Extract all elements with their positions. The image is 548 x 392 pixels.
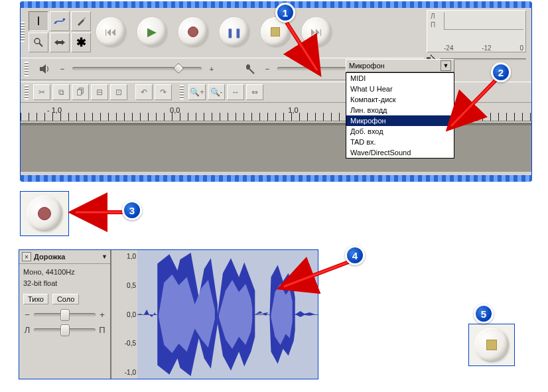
silence-button[interactable]: ⊡ <box>110 84 127 100</box>
gain-minus: − <box>23 310 31 320</box>
input-minus: − <box>264 65 271 73</box>
tool-envelope[interactable] <box>50 11 70 31</box>
cut-button[interactable]: ✂ <box>33 84 50 100</box>
dropdown-option[interactable]: TAD вх. <box>346 137 454 147</box>
output-meter: Л П -24 -12 0 <box>427 10 526 52</box>
tool-selection[interactable]: I <box>29 11 48 31</box>
track-format-label: Моно, 44100Hz <box>23 267 106 278</box>
input-source-value: Микрофон <box>349 62 385 70</box>
toolbar-grip <box>21 22 25 42</box>
callout-4: 4 <box>345 245 365 265</box>
svg-point-0 <box>55 22 57 24</box>
track-section: × Дорожка ▼ Моно, 44100Hz 32-bit float Т… <box>19 249 318 379</box>
redo-button[interactable]: ↷ <box>155 84 172 100</box>
svg-point-2 <box>34 38 40 44</box>
input-source-select[interactable]: Микрофон ▼ <box>346 59 454 72</box>
mute-button[interactable]: Тихо <box>23 294 48 304</box>
track-bitdepth-label: 32-bit float <box>23 278 106 289</box>
copy-button[interactable]: ⧉ <box>52 84 70 100</box>
svg-line-3 <box>39 43 42 46</box>
meter-right-label: П <box>431 21 435 29</box>
svg-line-13 <box>284 261 350 287</box>
output-volume-slider[interactable] <box>72 67 202 71</box>
speaker-icon <box>38 62 52 76</box>
record-button-large[interactable] <box>27 196 62 231</box>
dropdown-option[interactable]: Wave/DirectSound <box>346 147 454 158</box>
meter-tick: -24 <box>444 44 453 52</box>
tool-zoom[interactable] <box>29 33 48 52</box>
zoom-in-button[interactable]: 🔍+ <box>188 84 206 100</box>
dropdown-option-selected[interactable]: Микрофон <box>346 115 454 126</box>
track-gain-slider[interactable] <box>34 313 96 317</box>
scale-label: 0,0 <box>113 311 136 318</box>
scale-label: 1,0 <box>113 253 136 260</box>
scale-label: 0,5 <box>113 282 136 289</box>
track-close-button[interactable]: × <box>22 252 31 261</box>
record-button[interactable] <box>178 17 208 46</box>
dropdown-option[interactable]: What U Hear <box>346 84 454 94</box>
undo-button[interactable]: ↶ <box>135 84 153 100</box>
track-control-panel: × Дорожка ▼ Моно, 44100Hz 32-bit float Т… <box>19 250 111 379</box>
chevron-down-icon: ▼ <box>441 60 451 71</box>
stop-button-large[interactable] <box>474 328 509 362</box>
solo-button[interactable]: Соло <box>52 294 79 304</box>
paste-button[interactable]: 🗍 <box>72 84 89 100</box>
zoom-out-button[interactable]: 🔍- <box>208 84 225 100</box>
track-pan-slider[interactable] <box>34 328 96 332</box>
track-scale: 1,0 0,5 0,0 -0,5 -1,0 <box>111 250 137 379</box>
track-menu-arrow[interactable]: ▼ <box>102 253 107 260</box>
toolbar-grip <box>180 85 184 99</box>
callout-1: 1 <box>275 3 295 23</box>
skip-start-button[interactable]: ⏮ <box>96 17 125 46</box>
scale-label: -1,0 <box>113 369 136 376</box>
gain-plus: + <box>98 310 106 320</box>
pan-left-label: Л <box>23 325 31 335</box>
tool-timeshift[interactable] <box>50 33 70 52</box>
meter-left-label: Л <box>431 13 435 20</box>
tool-draw[interactable] <box>71 11 91 31</box>
dropdown-option[interactable]: Компакт-диск <box>346 94 454 105</box>
dropdown-option[interactable]: MIDI <box>346 73 454 84</box>
input-source-dropdown: MIDI What U Hear Компакт-диск Лин. входд… <box>346 72 454 159</box>
toolbar-grip <box>25 62 29 76</box>
stop-button-highlight <box>468 324 515 366</box>
volume-minus: − <box>59 65 66 73</box>
fit-project-button[interactable]: ⇔ <box>246 84 263 100</box>
toolbar-grip <box>25 85 29 99</box>
svg-line-9 <box>451 78 498 126</box>
track-name[interactable]: Дорожка <box>34 253 99 261</box>
callout-2: 2 <box>491 62 511 82</box>
microphone-icon <box>243 62 257 76</box>
svg-line-7 <box>287 23 317 70</box>
svg-point-4 <box>246 64 250 70</box>
dropdown-option[interactable]: Доб. вход <box>346 126 454 137</box>
meter-tick: 0 <box>519 44 523 52</box>
record-button-highlight <box>20 191 69 236</box>
callout-3: 3 <box>122 200 142 220</box>
meter-tick: -12 <box>482 44 491 52</box>
pause-button[interactable] <box>220 17 249 46</box>
trim-button[interactable]: ⊟ <box>91 84 108 100</box>
svg-point-1 <box>63 19 65 21</box>
pan-right-label: П <box>98 325 106 335</box>
fit-selection-button[interactable]: ↔ <box>227 84 244 100</box>
tools-grid: I ✱ <box>27 10 92 54</box>
svg-line-5 <box>249 69 254 74</box>
scale-label: -0,5 <box>113 340 136 347</box>
play-button[interactable]: ▶ <box>137 17 167 46</box>
callout-5: 5 <box>474 304 494 324</box>
dropdown-option[interactable]: Лин. входд <box>346 105 454 115</box>
volume-plus: + <box>208 65 215 73</box>
tool-multi[interactable]: ✱ <box>71 33 91 52</box>
